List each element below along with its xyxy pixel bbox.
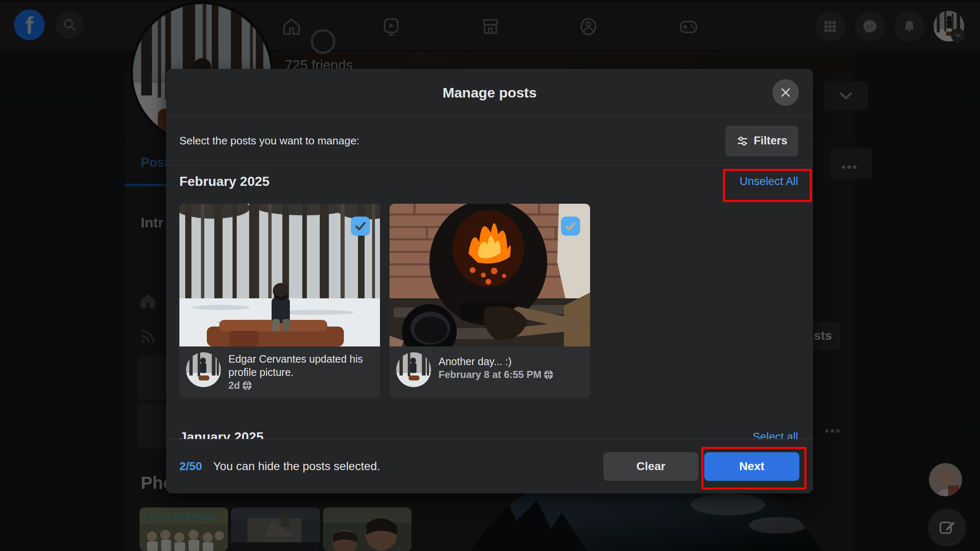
clear-button[interactable]: Clear [603,452,698,481]
post-time: February 8 at 6:55 PM [439,369,541,380]
post-time: 2d [228,380,240,391]
filters-label: Filters [754,134,787,147]
dialog-header: Manage posts [166,69,813,117]
post-title: Another day... :) [439,355,554,368]
select-all-link[interactable]: Select all [752,431,798,439]
post-1-photo [179,204,380,346]
post-2-caption: Another day... :) February 8 at 6:55 PM [390,346,590,398]
manage-posts-dialog: Manage posts Select the posts you want t… [166,69,813,493]
dialog-title: Manage posts [443,85,537,101]
post-1-checkbox-checked[interactable] [351,217,370,236]
globe-privacy-icon [242,380,252,391]
facebook-dark-screen: f [0,0,980,551]
posts-scroll-area[interactable]: February 2025 Unselect All [166,166,813,439]
footer-message: You can hide the posts selected. [213,460,380,473]
post-1-text: Edgar Cervantes updated his profile pict… [228,352,370,392]
post-2-checkbox-checked[interactable] [561,217,580,236]
selected-count: 2/50 [179,460,202,473]
post-2-photo [390,204,590,346]
post-meta: February 8 at 6:55 PM [439,369,554,380]
filters-icon [736,135,749,147]
post-2-avatar [396,352,431,387]
post-card-2[interactable]: Another day... :) February 8 at 6:55 PM [390,204,590,398]
post-1-avatar [186,352,221,387]
close-icon [779,86,792,99]
annotation-box-next [701,447,806,490]
filters-button[interactable]: Filters [725,126,798,156]
checkmark-icon [564,219,578,233]
section-month: February 2025 [179,174,270,189]
section-header-february: February 2025 Unselect All [179,171,798,191]
post-title: Edgar Cervantes updated his profile pict… [228,352,370,379]
annotation-box-unselect-all [723,169,812,202]
section-month: January 2025 [179,429,264,439]
dialog-subtitle: Select the posts you want to manage: [179,134,360,147]
post-meta: 2d [228,380,370,391]
close-button[interactable] [772,79,799,106]
post-card-1[interactable]: Edgar Cervantes updated his profile pict… [179,204,380,398]
section-header-january: January 2025 Select all [179,427,798,439]
post-2-text: Another day... :) February 8 at 6:55 PM [439,352,554,392]
checkmark-icon [353,219,368,233]
globe-privacy-icon [543,369,554,380]
dialog-subheader: Select the posts you want to manage: Fil… [166,117,813,166]
post-1-caption: Edgar Cervantes updated his profile pict… [179,346,380,398]
